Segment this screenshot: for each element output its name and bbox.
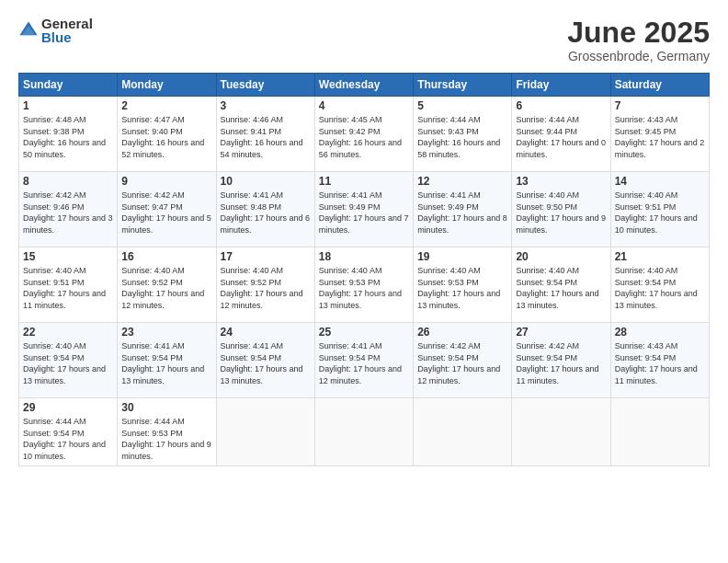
day-number: 22 — [23, 326, 113, 339]
table-row: 20Sunrise: 4:40 AMSunset: 9:54 PMDayligh… — [512, 247, 610, 323]
col-monday: Monday — [118, 74, 216, 97]
cell-info: Sunrise: 4:41 AMSunset: 9:48 PMDaylight:… — [221, 190, 311, 235]
table-row: 19Sunrise: 4:40 AMSunset: 9:53 PMDayligh… — [414, 247, 512, 323]
table-row: 16Sunrise: 4:40 AMSunset: 9:52 PMDayligh… — [118, 247, 216, 323]
cell-info: Sunrise: 4:44 AMSunset: 9:44 PMDaylight:… — [516, 115, 606, 159]
table-row — [216, 398, 314, 465]
table-row: 26Sunrise: 4:42 AMSunset: 9:54 PMDayligh… — [414, 323, 512, 398]
table-row: 27Sunrise: 4:42 AMSunset: 9:54 PMDayligh… — [512, 323, 610, 398]
table-row: 18Sunrise: 4:40 AMSunset: 9:53 PMDayligh… — [314, 247, 413, 323]
cell-info: Sunrise: 4:43 AMSunset: 9:54 PMDaylight:… — [615, 341, 698, 385]
cell-info: Sunrise: 4:42 AMSunset: 9:46 PMDaylight:… — [23, 190, 113, 235]
title-area: June 2025 Grossenbrode, Germany — [567, 17, 710, 63]
day-number: 25 — [319, 326, 409, 339]
table-row: 12Sunrise: 4:41 AMSunset: 9:49 PMDayligh… — [414, 172, 512, 247]
day-number: 24 — [221, 326, 311, 339]
day-number: 12 — [417, 175, 507, 188]
day-number: 16 — [121, 250, 211, 263]
day-number: 27 — [516, 326, 606, 339]
location: Grossenbrode, Germany — [567, 49, 710, 63]
table-row: 28Sunrise: 4:43 AMSunset: 9:54 PMDayligh… — [610, 323, 709, 398]
cell-info: Sunrise: 4:48 AMSunset: 9:38 PMDaylight:… — [23, 115, 106, 159]
cell-info: Sunrise: 4:40 AMSunset: 9:54 PMDaylight:… — [23, 341, 106, 385]
day-number: 18 — [319, 250, 409, 263]
cell-info: Sunrise: 4:40 AMSunset: 9:54 PMDaylight:… — [615, 266, 698, 310]
cell-info: Sunrise: 4:40 AMSunset: 9:52 PMDaylight:… — [221, 266, 303, 310]
day-number: 8 — [23, 175, 113, 188]
table-row: 13Sunrise: 4:40 AMSunset: 9:50 PMDayligh… — [512, 172, 610, 247]
cell-info: Sunrise: 4:46 AMSunset: 9:41 PMDaylight:… — [221, 115, 303, 159]
table-row: 7Sunrise: 4:43 AMSunset: 9:45 PMDaylight… — [610, 97, 709, 172]
table-row: 3Sunrise: 4:46 AMSunset: 9:41 PMDaylight… — [216, 97, 314, 172]
cell-info: Sunrise: 4:47 AMSunset: 9:40 PMDaylight:… — [121, 115, 204, 159]
table-row: 22Sunrise: 4:40 AMSunset: 9:54 PMDayligh… — [19, 323, 118, 398]
col-tuesday: Tuesday — [216, 74, 314, 97]
table-row: 5Sunrise: 4:44 AMSunset: 9:43 PMDaylight… — [414, 97, 512, 172]
page: General Blue June 2025 Grossenbrode, Ger… — [0, 0, 728, 563]
table-row: 14Sunrise: 4:40 AMSunset: 9:51 PMDayligh… — [610, 172, 709, 247]
day-number: 15 — [23, 250, 113, 263]
cell-info: Sunrise: 4:40 AMSunset: 9:53 PMDaylight:… — [319, 266, 402, 310]
table-row — [512, 398, 610, 465]
day-number: 5 — [417, 99, 507, 112]
cell-info: Sunrise: 4:40 AMSunset: 9:51 PMDaylight:… — [615, 190, 698, 235]
cell-info: Sunrise: 4:42 AMSunset: 9:47 PMDaylight:… — [121, 190, 211, 235]
table-row: 9Sunrise: 4:42 AMSunset: 9:47 PMDaylight… — [118, 172, 216, 247]
day-number: 10 — [221, 175, 311, 188]
day-number: 21 — [615, 250, 705, 263]
cell-info: Sunrise: 4:40 AMSunset: 9:53 PMDaylight:… — [417, 266, 500, 310]
calendar-table: Sunday Monday Tuesday Wednesday Thursday… — [18, 73, 710, 465]
cell-info: Sunrise: 4:44 AMSunset: 9:53 PMDaylight:… — [121, 417, 211, 461]
logo-text: General Blue — [41, 17, 93, 44]
table-row — [610, 398, 709, 465]
cell-info: Sunrise: 4:40 AMSunset: 9:50 PMDaylight:… — [516, 190, 606, 235]
cell-info: Sunrise: 4:40 AMSunset: 9:54 PMDaylight:… — [516, 266, 598, 310]
table-row: 1Sunrise: 4:48 AMSunset: 9:38 PMDaylight… — [19, 97, 118, 172]
table-row — [414, 398, 512, 465]
day-number: 4 — [319, 99, 409, 112]
table-row: 11Sunrise: 4:41 AMSunset: 9:49 PMDayligh… — [314, 172, 413, 247]
logo-blue-text: Blue — [41, 30, 93, 44]
cell-info: Sunrise: 4:42 AMSunset: 9:54 PMDaylight:… — [417, 341, 500, 385]
table-row: 10Sunrise: 4:41 AMSunset: 9:48 PMDayligh… — [216, 172, 314, 247]
col-sunday: Sunday — [19, 74, 118, 97]
table-row: 30Sunrise: 4:44 AMSunset: 9:53 PMDayligh… — [118, 398, 216, 465]
day-number: 9 — [121, 175, 211, 188]
day-number: 11 — [319, 175, 409, 188]
table-row — [314, 398, 413, 465]
col-friday: Friday — [512, 74, 610, 97]
cell-info: Sunrise: 4:40 AMSunset: 9:52 PMDaylight:… — [121, 266, 204, 310]
col-wednesday: Wednesday — [314, 74, 413, 97]
cell-info: Sunrise: 4:41 AMSunset: 9:54 PMDaylight:… — [221, 341, 303, 385]
day-number: 26 — [417, 326, 507, 339]
table-row: 17Sunrise: 4:40 AMSunset: 9:52 PMDayligh… — [216, 247, 314, 323]
day-number: 23 — [121, 326, 211, 339]
cell-info: Sunrise: 4:44 AMSunset: 9:54 PMDaylight:… — [23, 417, 106, 461]
cell-info: Sunrise: 4:45 AMSunset: 9:42 PMDaylight:… — [319, 115, 402, 159]
cell-info: Sunrise: 4:40 AMSunset: 9:51 PMDaylight:… — [23, 266, 106, 310]
day-number: 30 — [121, 401, 211, 414]
table-row: 4Sunrise: 4:45 AMSunset: 9:42 PMDaylight… — [314, 97, 413, 172]
day-number: 28 — [615, 326, 705, 339]
logo: General Blue — [18, 17, 93, 44]
day-number: 19 — [417, 250, 507, 263]
month-title: June 2025 — [567, 17, 710, 49]
day-number: 3 — [221, 99, 311, 112]
day-number: 6 — [516, 99, 606, 112]
cell-info: Sunrise: 4:41 AMSunset: 9:54 PMDaylight:… — [319, 341, 402, 385]
table-row: 23Sunrise: 4:41 AMSunset: 9:54 PMDayligh… — [118, 323, 216, 398]
day-number: 29 — [23, 401, 113, 414]
table-row: 2Sunrise: 4:47 AMSunset: 9:40 PMDaylight… — [118, 97, 216, 172]
table-row: 25Sunrise: 4:41 AMSunset: 9:54 PMDayligh… — [314, 323, 413, 398]
cell-info: Sunrise: 4:41 AMSunset: 9:54 PMDaylight:… — [121, 341, 204, 385]
day-number: 14 — [615, 175, 705, 188]
table-row: 24Sunrise: 4:41 AMSunset: 9:54 PMDayligh… — [216, 323, 314, 398]
col-thursday: Thursday — [414, 74, 512, 97]
table-row: 15Sunrise: 4:40 AMSunset: 9:51 PMDayligh… — [19, 247, 118, 323]
logo-general-text: General — [41, 17, 93, 30]
table-row: 6Sunrise: 4:44 AMSunset: 9:44 PMDaylight… — [512, 97, 610, 172]
calendar-header-row: Sunday Monday Tuesday Wednesday Thursday… — [19, 74, 710, 97]
cell-info: Sunrise: 4:41 AMSunset: 9:49 PMDaylight:… — [319, 190, 409, 235]
day-number: 13 — [516, 175, 606, 188]
table-row: 29Sunrise: 4:44 AMSunset: 9:54 PMDayligh… — [19, 398, 118, 465]
